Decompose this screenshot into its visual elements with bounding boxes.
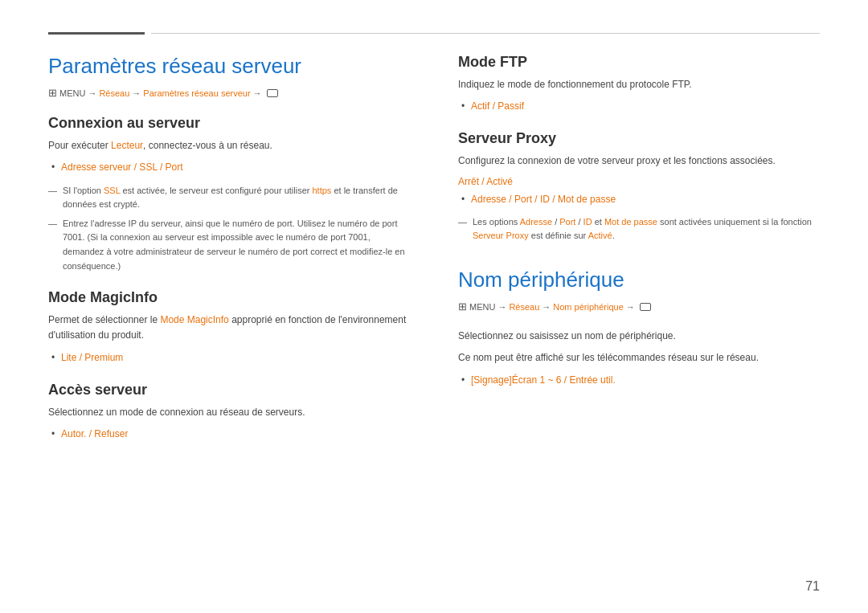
breadcrumb-sep4: → [497,302,506,312]
proxy-body: Configurez la connexion de votre serveur… [458,153,820,169]
list-item: Adresse / Port / ID / Mot de passe [458,192,820,207]
breadcrumb-sep6: → [626,302,635,312]
breadcrumb-reseau-2: Réseau [509,302,539,312]
left-main-title: Paramètres réseau serveur [48,54,410,79]
ssl-link: SSL [104,186,120,195]
connexion-body: Pour exécuter Lecteur, connectez-vous à … [48,138,410,153]
section-title-ftp: Mode FTP [458,54,820,71]
acces-bullet-1: Autor. / Refuser [61,428,128,439]
magicinfo-bullet-1: Lite / Premium [61,352,123,363]
breadcrumb-parametres: Paramètres réseau serveur [143,88,250,98]
ftp-body: Indiquez le mode de fonctionnement du pr… [458,77,820,92]
breadcrumb-end-icon-2 [640,303,651,311]
ftp-bullets: Actif / Passif [458,99,820,114]
page-number: 71 [805,579,820,594]
breadcrumb-reseau: Réseau [99,88,129,98]
breadcrumb-end-icon [267,89,278,97]
proxy-note-port: Port [559,217,575,227]
proxy-bullets: Adresse / Port / ID / Mot de passe [458,192,820,207]
proxy-note-adresse: Adresse [520,217,552,227]
connexion-bullet-1: Adresse serveur / SSL / Port [61,161,183,173]
right-column: Mode FTP Indiquez le mode de fonctionnem… [458,54,820,450]
proxy-note-1: Les options Adresse / Port / ID et Mot d… [458,215,820,243]
lecteur-link: Lecteur [111,140,143,151]
proxy-note-id: ID [583,217,592,227]
breadcrumb-sep5: → [542,302,551,312]
connexion-bullets: Adresse serveur / SSL / Port [48,160,410,175]
list-item: Actif / Passif [458,99,820,114]
breadcrumb-nom: Nom périphérique [553,302,623,312]
top-line-dark [48,32,145,35]
breadcrumb-sep3: → [253,88,262,98]
magicinfo-bullets: Lite / Premium [48,350,410,366]
section-title-connexion: Connexion au serveur [48,115,410,132]
https-link: https [312,186,331,195]
proxy-note-active: Activé [588,231,612,240]
breadcrumb-sep1: → [88,88,96,98]
nom-bullet-1: [Signage]Écran 1 ~ 6 / Entrée util. [471,374,616,386]
list-item: Adresse serveur / SSL / Port [48,160,410,175]
nom-peripherique-breadcrumb: ⊞ MENU → Réseau → Nom périphérique → [458,300,820,313]
top-decorative-lines [48,32,820,35]
right-bottom-section: Nom périphérique ⊞ MENU → Réseau → Nom p… [458,268,820,388]
nom-body-2: Ce nom peut être affiché sur les télécom… [458,350,820,366]
section-title-acces: Accès serveur [48,382,410,398]
right-top-sections: Mode FTP Indiquez le mode de fonctionnem… [458,54,820,243]
ftp-bullet-1: Actif / Passif [471,100,524,112]
acces-body: Sélectionnez un mode de connexion au rés… [48,405,410,420]
proxy-status: Arrêt / Activé [458,176,820,187]
menu-icon: ⊞ [48,87,57,99]
connexion-note-2: Entrez l'adresse IP du serveur, ainsi qu… [48,217,410,273]
left-column: Paramètres réseau serveur ⊞ MENU → Résea… [48,54,410,450]
proxy-bullet-1: Adresse / Port / ID / Mot de passe [471,194,616,205]
nom-peripherique-title: Nom périphérique [458,268,820,292]
acces-bullets: Autor. / Refuser [48,427,410,442]
list-item: Autor. / Refuser [48,427,410,442]
nom-bullets: [Signage]Écran 1 ~ 6 / Entrée util. [458,373,820,388]
nom-body-1: Sélectionnez ou saisissez un nom de péri… [458,329,820,344]
section-title-magicinfo: Mode MagicInfo [48,289,410,306]
list-item: Lite / Premium [48,350,410,366]
top-line-light [151,33,820,34]
breadcrumb-menu: MENU [59,88,85,98]
left-breadcrumb: ⊞ MENU → Réseau → Paramètres réseau serv… [48,87,410,99]
proxy-note-serveur: Serveur Proxy [473,231,529,240]
connexion-note-1: SI l'option SSL est activée, le serveur … [48,184,410,212]
magicinfo-body: Permet de sélectionner le Mode MagicInfo… [48,313,410,343]
magicinfo-link: Mode MagicInfo [160,314,228,325]
section-title-proxy: Serveur Proxy [458,130,820,147]
breadcrumb-menu-2: MENU [469,302,495,312]
proxy-note-motpasse: Mot de passe [604,217,657,227]
breadcrumb-sep2: → [132,88,141,98]
menu-icon-2: ⊞ [458,300,467,313]
list-item: [Signage]Écran 1 ~ 6 / Entrée util. [458,373,820,388]
